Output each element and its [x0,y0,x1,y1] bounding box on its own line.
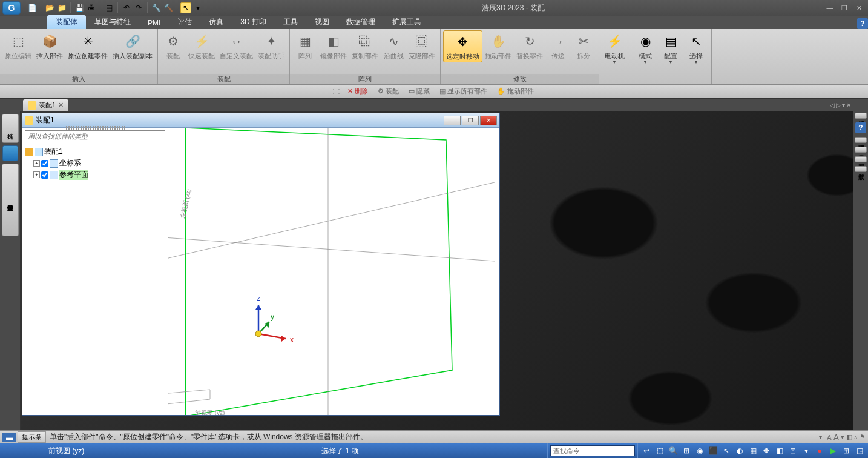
tool1-icon[interactable]: 🔧 [151,2,162,13]
minimize-icon[interactable]: — [823,4,837,12]
ribbon-button[interactable]: ✦ 装配助手 [255,30,287,61]
tree-root[interactable]: 装配1 [25,146,165,158]
right-help-icon[interactable]: ? [855,122,866,133]
ribbon-button[interactable]: ⿴ 克隆部件 [406,30,438,61]
viewport[interactable]: 左视图 (xz) 俯视图 (xy) 前视图 (yz) x y [168,128,499,415]
ribbon-button[interactable]: ↻ 替换零件 [514,30,545,61]
ribbon-button[interactable]: ⿻ 复制部件 [349,30,381,61]
inner-minimize-icon[interactable]: — [444,116,461,125]
toolbar-handle-icon[interactable]: ⋮⋮ [330,88,341,95]
inner-close-icon[interactable]: ✕ [480,116,497,125]
status-icon-12[interactable]: ⊡ [787,445,799,456]
ribbon-button[interactable]: ◉ 模式▼ [633,30,658,65]
right-panel-asmfam[interactable]: 装配族 [855,166,867,172]
tab-menu-icon[interactable]: ▾ [842,102,845,108]
status-icon-5[interactable]: ◉ [694,445,706,456]
tab-prev-icon[interactable]: ◁ [830,102,835,108]
font-large-icon[interactable]: A [833,433,839,442]
status-icon-15[interactable]: ◲ [853,445,866,456]
tree-checkbox[interactable] [41,171,48,179]
app-logo[interactable]: G [2,1,21,15]
ribbon-button[interactable]: ◧ 镜像部件 [318,30,349,61]
tab-sketch[interactable]: 草图与特征 [86,15,139,29]
assemble-button[interactable]: ⚙ 装配 [374,86,403,96]
more-icon[interactable]: ▾ [192,2,203,13]
hint-dropdown-icon[interactable]: ▾ [819,434,822,440]
ribbon-button[interactable]: ↔ 自定义装配 [217,30,255,61]
doc-tab-close-icon[interactable]: ✕ [58,101,64,109]
status-icon-1[interactable]: ↩ [640,445,653,456]
tree-node-coords[interactable]: + 坐标系 [25,158,165,169]
part-search-input[interactable] [25,130,165,142]
status-icon-14[interactable]: ⊞ [840,445,852,456]
close-icon[interactable]: ✕ [852,4,866,12]
command-search-input[interactable] [550,445,635,456]
new-icon[interactable]: 📄 [27,2,38,13]
open2-icon[interactable]: 📁 [56,2,67,13]
ribbon-button[interactable]: ∿ 沿曲线 [381,30,406,61]
help-icon[interactable]: ? [857,18,868,29]
delete-button[interactable]: ✕ 删除 [344,86,372,96]
tab-3dprint[interactable]: 3D 打印 [232,15,275,29]
showall-button[interactable]: ▦ 显示所有部件 [436,86,491,96]
status-icon-10[interactable]: ✥ [760,445,772,456]
right-panel-sim[interactable]: 仿真 [855,147,867,153]
ribbon-button[interactable]: ⚡ 快速装配 [186,30,217,61]
ribbon-button[interactable]: ⚙ 装配 [160,30,186,61]
status-icon-8[interactable]: ◐ [734,445,746,456]
expand-icon[interactable]: + [33,160,40,167]
panel-grip-icon[interactable] [66,126,127,130]
tab-data[interactable]: 数据管理 [338,15,384,29]
status-icon-11[interactable]: ◧ [774,445,786,456]
cursor-icon[interactable]: ↖ [180,2,191,13]
tab-assembly[interactable]: 装配体 [47,15,86,29]
tool2-icon[interactable]: 🔨 [163,2,174,13]
ribbon-button[interactable]: ✂ 拆分 [571,30,596,61]
tab-tools[interactable]: 工具 [275,15,306,29]
font-small-icon[interactable]: A [827,434,831,441]
right-panel-partlib[interactable]: 零件库 [855,137,867,143]
tree-node-plane[interactable]: + 参考平面 [25,169,165,181]
status-icon-3[interactable]: 🔍 [667,445,679,456]
ribbon-button[interactable]: ⬚ 原位编辑 [2,30,34,61]
open-icon[interactable]: 📂 [44,2,55,13]
tab-next-icon[interactable]: ▷ [836,102,841,108]
print-icon[interactable]: 🖶 [86,2,97,13]
tree-checkbox[interactable] [41,160,48,167]
ribbon-button[interactable]: ✋ 拖动部件 [482,30,514,61]
undo-icon[interactable]: ↶ [121,2,132,13]
status-rec-icon[interactable]: ● [814,445,826,456]
ribbon-button[interactable]: ▤ 配置▼ [658,30,683,65]
ribbon-button[interactable]: → 传递 [545,30,571,61]
list-icon[interactable]: ▤ [104,2,114,13]
sidebar-param-design[interactable]: 性能参数化设计选型 [2,164,19,236]
drag-button[interactable]: ✋ 拖动部件 [493,86,538,96]
status-icon-9[interactable]: ▦ [747,445,759,456]
ribbon-button[interactable]: 🔗 插入装配副本 [110,30,155,61]
tab-simulate[interactable]: 仿真 [200,15,232,29]
tab-close-icon[interactable]: ✕ [846,102,851,108]
hint-tool1-icon[interactable]: ◧ [846,433,852,441]
hide-button[interactable]: ▭ 隐藏 [405,86,433,96]
status-icon-13[interactable]: ▾ [800,445,812,456]
right-panel-sensor[interactable]: 传感器 [855,113,867,119]
sidebar-app-icon[interactable] [2,145,18,161]
status-icon-7[interactable]: ↖ [720,445,732,456]
ribbon-button[interactable]: ▦ 阵列 [292,30,318,61]
ribbon-button[interactable]: ✳ 原位创建零件 [65,30,110,61]
hint-dd-icon[interactable]: ▾ [841,433,844,441]
status-icon-2[interactable]: ⬚ [654,445,666,456]
ribbon-button[interactable]: ✥ 选定时移动 [443,30,482,62]
doc-tab[interactable]: 装配1 ✕ [23,99,68,111]
ribbon-button[interactable]: ⚡ 电动机▼ [602,30,627,65]
tab-pmi[interactable]: PMI [139,17,169,29]
status-icon-6[interactable]: ⬛ [707,445,719,456]
ribbon-button[interactable]: ↖ 选择▼ [683,30,709,65]
hint-tool3-icon[interactable]: ⚑ [860,433,866,441]
sidebar-select[interactable]: 选择 [2,114,19,143]
ribbon-button[interactable]: 📦 插入部件 [34,30,65,61]
inner-maximize-icon[interactable]: ❐ [462,116,479,125]
tab-extend[interactable]: 扩展工具 [384,15,430,29]
status-play-icon[interactable]: ▶ [827,445,839,456]
right-panel-layer[interactable]: 图层 [855,156,867,162]
